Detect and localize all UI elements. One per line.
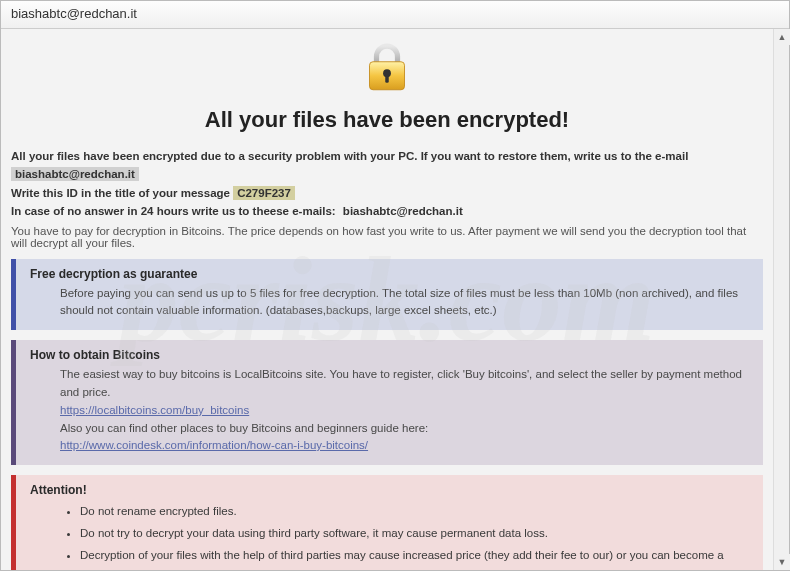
panel-free-body: Before paying you can send us up to 5 fi… [30,285,753,321]
intro-text-3: In case of no answer in 24 hours write u… [11,205,336,217]
content-area: pcrisk.com [1,29,773,570]
scroll-down-icon[interactable]: ▼ [774,554,790,570]
panel-obtain-bitcoins: How to obtain Bitcoins The easiest way t… [11,340,763,465]
window-title: biashabtc@redchan.it [11,6,137,21]
id-highlight: C279F237 [233,186,295,200]
attention-list: Do not rename encrypted files. Do not tr… [30,501,753,570]
panel-obtain-body: The easiest way to buy bitcoins is Local… [30,366,753,455]
payment-note: You have to pay for decryption in Bitcoi… [11,225,763,249]
email-highlight-2: biashabtc@redchan.it [339,204,467,218]
vertical-scrollbar[interactable]: ▲ ▼ [773,29,789,570]
obtain-line-2: Also you can find other places to buy Bi… [60,420,753,438]
intro-text-1: All your files have been encrypted due t… [11,150,688,162]
intro-text-2: Write this ID in the title of your messa… [11,187,230,199]
intro-line-2: Write this ID in the title of your messa… [11,184,763,202]
obtain-link-1[interactable]: https://localbitcoins.com/buy_bitcoins [60,404,249,416]
intro-block: All your files have been encrypted due t… [11,147,763,221]
ransom-window: biashabtc@redchan.it pcrisk.com [0,0,790,571]
intro-line-1: All your files have been encrypted due t… [11,147,763,184]
svg-rect-2 [385,74,389,83]
panel-attention-title: Attention! [30,483,753,497]
scroll-up-icon[interactable]: ▲ [774,29,790,45]
lock-icon [359,81,415,98]
window-title-bar: biashabtc@redchan.it [1,1,789,29]
panel-obtain-title: How to obtain Bitcoins [30,348,753,362]
obtain-line-1: The easiest way to buy bitcoins is Local… [60,366,753,402]
panel-free-decryption: Free decryption as guarantee Before payi… [11,259,763,331]
list-item: Do not try to decrypt your data using th… [80,523,753,545]
intro-line-3: In case of no answer in 24 hours write u… [11,202,763,220]
panel-attention: Attention! Do not rename encrypted files… [11,475,763,570]
list-item: Do not rename encrypted files. [80,501,753,523]
list-item: Decryption of your files with the help o… [80,545,753,570]
panel-free-title: Free decryption as guarantee [30,267,753,281]
lock-container [11,39,763,99]
email-highlight-1: biashabtc@redchan.it [11,167,139,181]
obtain-link-2[interactable]: http://www.coindesk.com/information/how-… [60,439,368,451]
page-title: All your files have been encrypted! [11,107,763,133]
